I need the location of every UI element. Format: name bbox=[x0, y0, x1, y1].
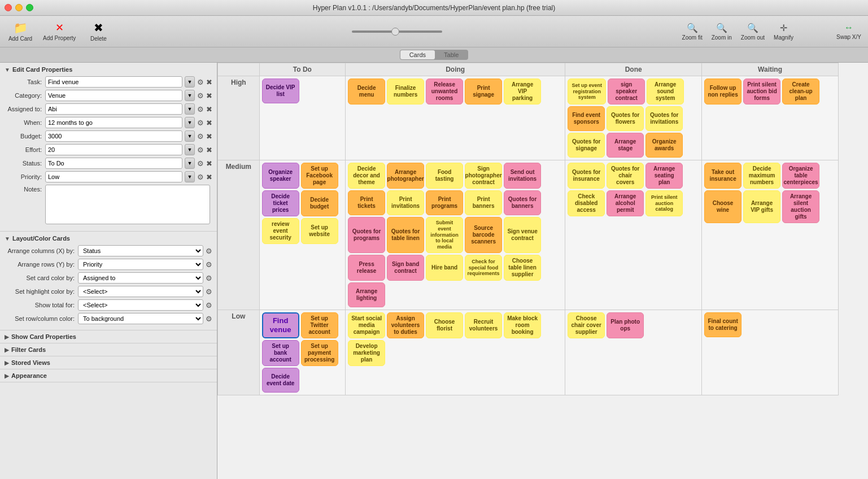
category-gear-icon[interactable]: ⚙ bbox=[197, 92, 204, 100]
list-item[interactable]: Check for special food requirements bbox=[465, 255, 502, 281]
minimize-button[interactable] bbox=[15, 4, 23, 11]
list-item[interactable]: Arrange photographer bbox=[387, 163, 424, 189]
edit-card-section-header[interactable]: ▼ Edit Card Properties bbox=[5, 66, 212, 73]
list-item[interactable]: Arrange alcohol permit bbox=[607, 190, 644, 216]
list-item[interactable]: Find venue bbox=[262, 312, 299, 338]
list-item[interactable]: Quotes for chair covers bbox=[607, 163, 644, 189]
appearance-section[interactable]: ▶ Appearance bbox=[0, 369, 217, 382]
effort-gear-icon[interactable]: ⚙ bbox=[197, 146, 204, 154]
list-item[interactable]: Arrange seating plan bbox=[645, 163, 683, 189]
tab-cards[interactable]: Cards bbox=[400, 50, 435, 59]
list-item[interactable]: Follow up non replies bbox=[704, 79, 741, 104]
stored-views-section[interactable]: ▶ Stored Views bbox=[0, 356, 217, 369]
highlight-gear-icon[interactable]: ⚙ bbox=[206, 288, 212, 296]
list-item[interactable]: Decide maximum numbers bbox=[743, 163, 780, 189]
list-item[interactable]: Set up bank account bbox=[262, 340, 299, 366]
zoom-in-button[interactable]: 🔍 Zoom in bbox=[712, 23, 732, 41]
list-item[interactable]: Source barcode scanners bbox=[465, 217, 502, 253]
show-total-select[interactable]: <Select> bbox=[78, 299, 203, 311]
list-item[interactable]: Arrange VIP parking bbox=[504, 79, 541, 104]
card-color-select[interactable]: Assigned to bbox=[78, 272, 203, 284]
list-item[interactable]: Make block room booking bbox=[504, 312, 541, 338]
budget-gear-icon[interactable]: ⚙ bbox=[197, 132, 204, 141]
list-item[interactable]: review event security bbox=[262, 218, 299, 244]
category-dropdown-icon[interactable]: ▼ bbox=[185, 90, 195, 101]
swap-button[interactable]: ↔ Swap X/Y bbox=[836, 23, 861, 40]
list-item[interactable]: Press release bbox=[348, 255, 385, 281]
effort-select[interactable]: 20 bbox=[45, 144, 182, 155]
zoom-slider[interactable] bbox=[352, 31, 442, 33]
list-item[interactable]: Find event sponsors bbox=[568, 106, 605, 131]
highlight-select[interactable]: <Select> bbox=[78, 286, 203, 297]
show-card-props-section[interactable]: ▶ Show Card Properties bbox=[0, 330, 217, 343]
list-item[interactable]: Assign volunteers to duties bbox=[387, 312, 424, 338]
list-item[interactable]: Finalize numbers bbox=[387, 79, 424, 104]
filter-cards-section[interactable]: ▶ Filter Cards bbox=[0, 343, 217, 356]
list-item[interactable]: Decide ticket prices bbox=[262, 190, 299, 216]
status-gear-icon[interactable]: ⚙ bbox=[197, 159, 204, 168]
add-property-button[interactable]: ✕ Add Property bbox=[43, 21, 76, 41]
list-item[interactable]: Create clean-up plan bbox=[782, 79, 819, 104]
list-item[interactable]: Set up payment processing bbox=[301, 340, 338, 366]
list-item[interactable]: Recruit volunteers bbox=[465, 312, 502, 338]
arrange-rows-select[interactable]: Priority bbox=[78, 259, 203, 270]
effort-dropdown-icon[interactable]: ▼ bbox=[185, 144, 195, 155]
list-item[interactable]: Quotes for invitations bbox=[645, 106, 683, 131]
list-item[interactable]: Hire band bbox=[426, 255, 463, 281]
list-item[interactable]: Set up Twitter account bbox=[301, 312, 338, 338]
list-item[interactable]: Decide event date bbox=[262, 368, 299, 393]
row-col-color-select[interactable]: To background bbox=[78, 313, 203, 324]
task-select[interactable]: Find venue bbox=[45, 76, 182, 88]
priority-gear-icon[interactable]: ⚙ bbox=[197, 173, 204, 181]
category-clear-icon[interactable]: ✖ bbox=[206, 92, 212, 100]
list-item[interactable]: Organize speaker bbox=[262, 163, 299, 189]
list-item[interactable]: Print silent auction catalog bbox=[645, 190, 683, 216]
list-item[interactable]: Quotes for table linen bbox=[387, 217, 424, 253]
list-item[interactable]: Check disabled access bbox=[568, 190, 605, 216]
list-item[interactable]: Sign photographer contract bbox=[465, 163, 502, 189]
when-select[interactable]: 12 months to go bbox=[45, 117, 182, 128]
effort-clear-icon[interactable]: ✖ bbox=[206, 146, 212, 154]
list-item[interactable]: Decide decor and theme bbox=[348, 163, 385, 189]
list-item[interactable]: Take out insurance bbox=[704, 163, 741, 189]
list-item[interactable]: sign speaker contract bbox=[608, 79, 645, 104]
list-item[interactable]: Quotes for programs bbox=[348, 217, 385, 253]
show-total-gear-icon[interactable]: ⚙ bbox=[206, 301, 212, 310]
list-item[interactable]: Develop marketing plan bbox=[348, 340, 385, 366]
list-item[interactable]: Quotes for insurance bbox=[568, 163, 605, 189]
list-item[interactable]: Sign venue contract bbox=[504, 217, 541, 253]
task-gear-icon[interactable]: ⚙ bbox=[197, 78, 204, 86]
list-item[interactable]: Quotes for banners bbox=[504, 190, 541, 215]
list-item[interactable]: Print silent auction bid forms bbox=[743, 79, 780, 104]
arrange-rows-gear-icon[interactable]: ⚙ bbox=[206, 260, 212, 269]
list-item[interactable]: Choose wine bbox=[704, 190, 741, 223]
list-item[interactable]: Send out invitations bbox=[504, 163, 541, 189]
list-item[interactable]: Start social media campaign bbox=[348, 312, 385, 338]
notes-input[interactable] bbox=[45, 185, 210, 224]
when-clear-icon[interactable]: ✖ bbox=[206, 119, 212, 127]
task-dropdown-icon[interactable]: ▼ bbox=[185, 76, 195, 88]
list-item[interactable]: Organize awards bbox=[645, 133, 683, 158]
list-item[interactable]: Set up Facebook page bbox=[301, 163, 338, 189]
task-clear-icon[interactable]: ✖ bbox=[206, 78, 212, 86]
list-item[interactable]: Arrange silent auction gifts bbox=[782, 190, 819, 223]
list-item[interactable]: Decide VIP list bbox=[262, 79, 299, 103]
zoom-fit-button[interactable]: 🔍 Zoom fit bbox=[682, 23, 703, 41]
list-item[interactable]: Arrange VIP gifts bbox=[743, 190, 780, 223]
list-item[interactable]: Food tasting bbox=[426, 163, 463, 189]
assigned-clear-icon[interactable]: ✖ bbox=[206, 105, 212, 114]
list-item[interactable]: Print programs bbox=[426, 190, 463, 215]
list-item[interactable]: Final count to catering bbox=[704, 312, 741, 337]
list-item[interactable]: Print banners bbox=[465, 190, 502, 215]
slider-thumb[interactable] bbox=[391, 28, 399, 36]
priority-dropdown-icon[interactable]: ▼ bbox=[185, 171, 195, 182]
list-item[interactable]: Print signage bbox=[465, 79, 502, 104]
zoom-out-button[interactable]: 🔍 Zoom out bbox=[741, 23, 765, 41]
maximize-button[interactable] bbox=[26, 4, 33, 11]
list-item[interactable]: Set up event registration system bbox=[568, 79, 606, 104]
list-item[interactable]: Arrange sound system bbox=[647, 79, 684, 104]
arrange-cols-gear-icon[interactable]: ⚙ bbox=[206, 247, 212, 255]
list-item[interactable]: Plan photo ops bbox=[607, 312, 644, 338]
list-item[interactable]: Print tickets bbox=[348, 190, 385, 215]
status-select[interactable]: To Do bbox=[45, 158, 182, 169]
